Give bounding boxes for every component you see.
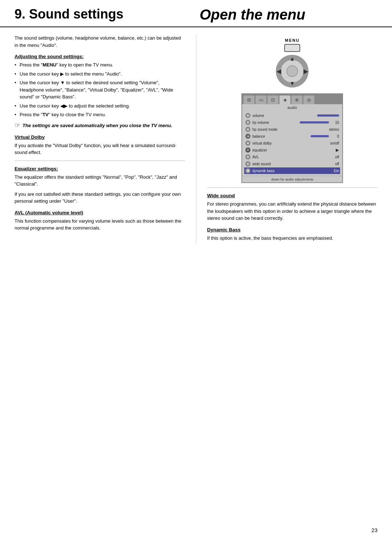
row-icon-balance: ◈ (245, 134, 250, 139)
tv-row-hp-sound-mode: ◉ hp sound mode stereo (244, 126, 340, 133)
row-bar-volume (317, 114, 339, 117)
tv-menu-screenshot: ⊟ ▭ ⊡ ◈ ⊚ ◎ audio ◉ volume ◉ (241, 93, 343, 183)
divider-right-1 (207, 187, 378, 188)
chapter-title: 9. Sound settings (15, 7, 192, 22)
row-icon-volume: ◉ (245, 113, 250, 118)
divider-1 (15, 161, 185, 161)
row-icon-equalizer: ⊞ (245, 147, 250, 153)
dynamic-bass-text: If this option is active, the bass frequ… (207, 235, 378, 242)
row-icon-avl: ◉ (245, 154, 250, 159)
tv-menu-items: ◉ volume ◉ hp volume 15 ◉ hp sound mode … (242, 111, 342, 176)
row-label-volume: volume (252, 114, 317, 118)
tab-icon-2: ⊡ (271, 97, 275, 102)
equalizer-text1: The equalizer offers the standard settin… (15, 174, 185, 188)
main-content: The sound settings (volume, headphone vo… (0, 27, 392, 252)
tv-tab-4: ⊚ (291, 96, 302, 104)
page-header: 9. Sound settings Open the menu (0, 0, 392, 27)
tv-tab-3-active: ◈ (279, 96, 290, 104)
note-text: The settings are saved automatically whe… (23, 122, 172, 129)
chapter-title-area: 9. Sound settings (15, 7, 192, 22)
row-label-dynamik-bass: dynamik bass (252, 169, 329, 173)
open-menu-title-area: Open the menu (192, 7, 377, 23)
row-value-virtual-dolby: on/off (329, 141, 339, 145)
tv-row-hp-volume: ◉ hp volume 15 (244, 119, 340, 126)
bullet-2: Use the cursor key ▶ to select the menu … (15, 70, 185, 78)
tv-tab-2: ⊡ (268, 96, 278, 104)
row-value-hp-volume: 15 (329, 121, 339, 125)
menu-button-graphic (284, 44, 300, 52)
nav-right-arrow: ▶ (303, 68, 308, 75)
wide-sound-text: For stereo programmes, you can artificia… (207, 200, 378, 222)
row-label-equalizer: equalizer (252, 148, 336, 152)
row-icon-hp-sound-mode: ◉ (245, 127, 250, 132)
nav-left-arrow: ◀ (277, 68, 281, 75)
right-column: MENU ▲ ◀ ▶ ▼ ⊟ ▭ ⊡ ◈ ⊚ ◎ (196, 35, 378, 244)
row-icon-dynamik-bass: ▣ (245, 168, 250, 173)
tab-icon-3: ◈ (283, 97, 287, 102)
virtual-dolby-text: If you activate the "Virtual Dolby" func… (15, 142, 185, 156)
virtual-dolby-heading: Virtual Dolby (15, 134, 185, 140)
nav-ring: ▲ ◀ ▶ ▼ (276, 55, 309, 88)
open-menu-title: Open the menu (200, 7, 377, 23)
nav-down-arrow: ▼ (289, 80, 295, 87)
tv-key-label: TV (42, 112, 49, 117)
row-value-avl: off (329, 155, 339, 159)
row-label-hp-volume: hp volume (252, 121, 300, 125)
page: 9. Sound settings Open the menu The soun… (0, 0, 392, 555)
equalizer-text2: If you are not satisfied with these stan… (15, 191, 185, 205)
remote-diagram: MENU ▲ ◀ ▶ ▼ (263, 38, 321, 88)
adjusting-heading: Adjusting the sound settings: (15, 54, 185, 59)
row-label-hp-sound-mode: hp sound mode (252, 127, 329, 131)
tv-tab-5: ◎ (303, 96, 314, 104)
row-icon-hp-volume: ◉ (245, 120, 250, 125)
wide-sound-heading: Wide sound (207, 193, 378, 198)
row-label-balance: balance (252, 134, 311, 138)
equalizer-arrow: ▶ (336, 147, 339, 153)
tv-menu-footer: down for audio adjustments (242, 176, 342, 182)
tv-row-dynamik-bass: ▣ dynamik bass Ein (244, 167, 340, 174)
bullet-4: Use the cursor key ◀▶ to adjust the sele… (15, 102, 185, 110)
tv-row-volume: ◉ volume (244, 112, 340, 119)
row-value-hp-sound-mode: stereo (329, 127, 339, 131)
tv-menu-header-label: audio (242, 104, 342, 111)
bullet-3: Use the cursor key ▼ to select the desir… (15, 79, 185, 101)
left-column: The sound settings (volume, headphone vo… (15, 35, 196, 244)
row-bar-balance (311, 135, 329, 137)
row-bar-hp-volume (300, 121, 329, 123)
row-value-dynamik-bass: Ein (329, 169, 339, 173)
tv-row-equalizer: ⊞ equalizer ▶ (244, 147, 340, 153)
intro-text: The sound settings (volume, headphone vo… (15, 35, 185, 49)
row-label-avl: AVL (252, 155, 329, 159)
tv-row-balance: ◈ balance 0 (244, 133, 340, 139)
row-icon-wide-sound: ◉ (245, 161, 250, 166)
page-number: 23 (371, 527, 377, 533)
tab-icon-1: ▭ (259, 97, 263, 102)
note-block: ☞ The settings are saved automatically w… (15, 122, 185, 129)
row-label-wide-sound: wide sound (252, 162, 329, 166)
bullet-5: Press the "TV" key to close the TV menu. (15, 111, 185, 118)
bullet-1: Press the "MENU" key to open the TV menu… (15, 61, 185, 69)
menu-key-label: MENU (42, 62, 56, 68)
avl-heading: AVL (Automatic volume level) (15, 210, 185, 215)
nav-up-arrow: ▲ (289, 56, 295, 62)
row-icon-virtual-dolby: ◉ (245, 141, 250, 146)
tv-tab-1: ▭ (256, 96, 266, 104)
tv-row-avl: ◉ AVL off (244, 154, 340, 160)
row-value-wide-sound: off (329, 162, 339, 166)
row-value-balance: 0 (329, 134, 339, 138)
dynamic-bass-heading: Dynamic Bass (207, 227, 378, 232)
tv-row-virtual-dolby: ◉ virtual dolby on/off (244, 140, 340, 146)
note-icon: ☞ (15, 121, 20, 129)
tab-icon-4: ⊚ (295, 97, 299, 102)
equalizer-heading: Equalizer settings: (15, 166, 185, 171)
tv-tab-0: ⊟ (244, 96, 254, 104)
row-label-virtual-dolby: virtual dolby (252, 141, 329, 145)
menu-btn-label: MENU (285, 38, 299, 42)
tv-row-wide-sound: ◉ wide sound off (244, 161, 340, 167)
tab-icon-0: ⊟ (247, 97, 251, 102)
tv-menu-tabs: ⊟ ▭ ⊡ ◈ ⊚ ◎ (242, 94, 342, 104)
tab-icon-5: ◎ (307, 97, 311, 102)
nav-center-btn (286, 65, 298, 77)
avl-text: This function compensates for varying vo… (15, 218, 185, 232)
